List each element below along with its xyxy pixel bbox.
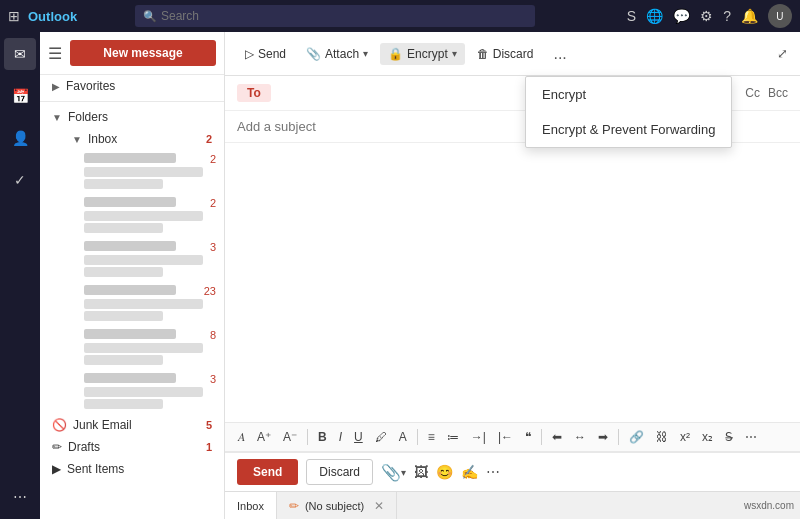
font-color-button[interactable]: A: [394, 427, 412, 447]
popout-icon[interactable]: ⤢: [777, 46, 788, 61]
sender-bar: [84, 373, 176, 383]
email-item[interactable]: 2: [60, 194, 224, 238]
align-center-button[interactable]: ↔: [569, 427, 591, 447]
attach-label: Attach: [325, 47, 359, 61]
strikethrough-button[interactable]: S̶: [720, 427, 738, 447]
folders-label: Folders: [68, 110, 212, 124]
more-format-button[interactable]: ⋯: [740, 427, 762, 447]
chat-icon[interactable]: 💬: [673, 8, 690, 24]
skype-icon[interactable]: S: [627, 8, 636, 24]
sidebar-item-sent[interactable]: ▶ Sent Items: [40, 458, 224, 480]
sidebar-item-junk[interactable]: 🚫 Junk Email 5: [40, 414, 224, 436]
sender-line: 3: [84, 241, 216, 253]
encrypt-button[interactable]: 🔒 Encrypt ▾: [380, 43, 465, 65]
bullets-button[interactable]: ≡: [423, 427, 440, 447]
image-icon-button[interactable]: 🖼: [414, 464, 428, 480]
more-icon: ...: [553, 45, 566, 63]
italic-button[interactable]: I: [334, 427, 347, 447]
calendar-icon[interactable]: 📅: [4, 80, 36, 112]
drafts-label: Drafts: [68, 440, 200, 454]
outdent-button[interactable]: |←: [493, 427, 518, 447]
sender-line: 2: [84, 197, 216, 209]
subscript-button[interactable]: x₂: [697, 427, 718, 447]
superscript-button[interactable]: x²: [675, 427, 695, 447]
numbering-button[interactable]: ≔: [442, 427, 464, 447]
people-icon[interactable]: 👤: [4, 122, 36, 154]
search-icon: 🔍: [143, 10, 157, 23]
separator: [541, 429, 542, 445]
send-button-bottom[interactable]: Send: [237, 459, 298, 485]
close-tab-icon[interactable]: ✕: [374, 499, 384, 513]
settings-icon[interactable]: ⚙: [700, 8, 713, 24]
inbox-tab[interactable]: Inbox: [225, 492, 277, 519]
mail-icon[interactable]: ✉: [4, 38, 36, 70]
divider: [40, 101, 224, 102]
more-apps-icon[interactable]: ⋯: [4, 481, 36, 513]
emoji-button[interactable]: 😊: [436, 464, 453, 480]
email-item[interactable]: 2: [60, 150, 224, 194]
discard-button[interactable]: 🗑 Discard: [469, 43, 542, 65]
attach-button[interactable]: 📎 Attach ▾: [298, 43, 376, 65]
unlink-button[interactable]: ⛓: [651, 427, 673, 447]
font-size-up-icon[interactable]: A⁺: [252, 427, 276, 447]
more-send-button[interactable]: ⋯: [486, 464, 500, 480]
more-button[interactable]: ...: [545, 41, 574, 67]
compose-tab-label: (No subject): [305, 500, 364, 512]
quote-button[interactable]: ❝: [520, 427, 536, 447]
signature-button[interactable]: ✍: [461, 464, 478, 480]
email-item[interactable]: 23: [60, 282, 224, 326]
font-size-down-icon[interactable]: A⁻: [278, 427, 302, 447]
separator: [417, 429, 418, 445]
email-item[interactable]: 3: [60, 370, 224, 414]
sidebar-item-drafts[interactable]: ✏ Drafts 1: [40, 436, 224, 458]
email-item[interactable]: 8: [60, 326, 224, 370]
email-snippet: [84, 255, 203, 265]
tasks-icon[interactable]: ✓: [4, 164, 36, 196]
send-button[interactable]: ▷ Send: [237, 43, 294, 65]
encrypt-label: Encrypt: [407, 47, 448, 61]
grid-icon[interactable]: ⊞: [8, 8, 20, 24]
email-snippet: [84, 355, 163, 365]
globe-icon[interactable]: 🌐: [646, 8, 663, 24]
email-snippet: [84, 343, 203, 353]
cc-button[interactable]: Cc: [745, 86, 760, 100]
inbox-label: Inbox: [88, 132, 200, 146]
email-item[interactable]: 3: [60, 238, 224, 282]
body-area[interactable]: [225, 143, 800, 422]
left-icon-strip: ✉ 📅 👤 ✓ ⋯: [0, 32, 40, 519]
send-label: Send: [258, 47, 286, 61]
attach-dropdown-arrow: ▾: [363, 48, 368, 59]
align-left-button[interactable]: ⬅: [547, 427, 567, 447]
underline-button[interactable]: U: [349, 427, 368, 447]
encrypt-dropdown: Encrypt Encrypt & Prevent Forwarding: [525, 76, 732, 148]
sidebar-item-favorites[interactable]: ▶ Favorites: [40, 75, 224, 97]
help-icon[interactable]: ?: [723, 8, 731, 24]
count-badge: 2: [210, 153, 216, 165]
search-input[interactable]: [161, 9, 527, 23]
encrypt-prevent-forwarding-option[interactable]: Encrypt & Prevent Forwarding: [526, 112, 731, 147]
avatar[interactable]: U: [768, 4, 792, 28]
sender-line: 23: [84, 285, 216, 297]
sent-icon: ▶: [52, 462, 61, 476]
email-snippet: [84, 223, 163, 233]
new-message-button[interactable]: New message: [70, 40, 216, 66]
align-right-button[interactable]: ➡: [593, 427, 613, 447]
hamburger-icon[interactable]: ☰: [48, 44, 62, 63]
sender-line: 3: [84, 373, 216, 385]
compose-tab[interactable]: ✏ (No subject) ✕: [277, 492, 397, 519]
separator: [618, 429, 619, 445]
discard-button-bottom[interactable]: Discard: [306, 459, 373, 485]
sender-line: 2: [84, 153, 216, 165]
attach-icon-button[interactable]: 📎 ▾: [381, 463, 406, 482]
indent-button[interactable]: →|: [466, 427, 491, 447]
link-button[interactable]: 🔗: [624, 427, 649, 447]
sidebar-item-folders[interactable]: ▼ Folders: [40, 106, 224, 128]
format-text-icon[interactable]: 𝐴: [233, 427, 250, 447]
bold-button[interactable]: B: [313, 427, 332, 447]
encrypt-option[interactable]: Encrypt: [526, 77, 731, 112]
bcc-button[interactable]: Bcc: [768, 86, 788, 100]
bell-icon[interactable]: 🔔: [741, 8, 758, 24]
sidebar-item-inbox[interactable]: ▼ Inbox 2: [60, 128, 224, 150]
highlight-button[interactable]: 🖊: [370, 427, 392, 447]
top-bar: ⊞ Outlook 🔍 S 🌐 💬 ⚙ ? 🔔 U: [0, 0, 800, 32]
